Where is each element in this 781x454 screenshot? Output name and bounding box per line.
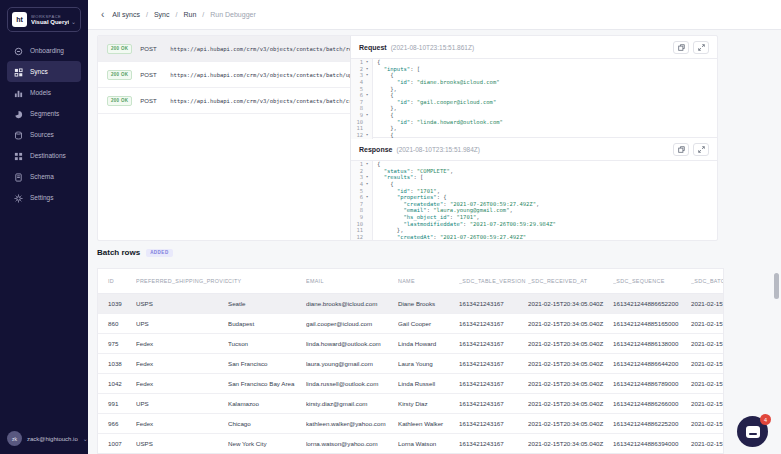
copy-button[interactable] bbox=[673, 41, 689, 54]
table-cell: UPS bbox=[136, 313, 228, 333]
expand-button[interactable] bbox=[693, 41, 709, 54]
workspace-selector[interactable]: ht WORKSPACE Visual Querying D... ⌄ bbox=[7, 7, 81, 32]
table-cell: 2021-02-15T20:34:05.040Z bbox=[691, 293, 724, 313]
table-cell: 1613421244886266000 bbox=[613, 393, 691, 413]
table-cell: 1007 bbox=[98, 433, 136, 453]
fold-arrow-icon[interactable]: ▾ bbox=[363, 161, 371, 168]
table-cell: New York City bbox=[228, 433, 306, 453]
back-chevron-icon[interactable]: ‹ bbox=[101, 10, 104, 20]
sidebar-item-syncs[interactable]: Syncs bbox=[7, 61, 81, 82]
sidebar-item-label: Settings bbox=[30, 194, 54, 201]
breadcrumb-all-syncs[interactable]: All syncs bbox=[112, 11, 140, 18]
code-line: 1▾{ bbox=[351, 59, 717, 66]
column-header: CITY bbox=[228, 269, 306, 293]
fold-arrow-icon bbox=[363, 188, 371, 195]
sidebar-item-segments[interactable]: Segments bbox=[7, 103, 81, 124]
expand-button[interactable] bbox=[693, 143, 709, 156]
status-badge: 200 OK bbox=[107, 96, 132, 106]
user-menu[interactable]: zk zack@hightouch.io ⌄ bbox=[7, 431, 88, 446]
request-row[interactable]: 200 OKPOSThttps://api.hubapi.com/crm/v3/… bbox=[98, 62, 350, 88]
table-cell: 1613421243167 bbox=[459, 293, 528, 313]
request-url: https://api.hubapi.com/crm/v3/objects/co… bbox=[170, 72, 350, 78]
column-header: PREFERRED_SHIPPING_PROVIDER bbox=[136, 269, 228, 293]
fold-arrow-icon bbox=[363, 86, 371, 93]
chat-bubble-button[interactable]: 4 bbox=[737, 416, 768, 447]
response-header: Response (2021-08-10T23:15:51.984Z) bbox=[351, 138, 717, 160]
debugger-panel: Request (2021-08-10T23:15:51.861Z) 1▾{2▾… bbox=[350, 36, 717, 240]
table-row[interactable]: 1038FedexSan Franciscolaura.young@gmail.… bbox=[98, 353, 724, 373]
models-icon bbox=[14, 84, 23, 102]
fold-arrow-icon[interactable]: ▾ bbox=[363, 181, 371, 188]
code-line: 4 "id": "diane.brooks@icloud.com" bbox=[351, 79, 717, 86]
request-title: Request bbox=[359, 44, 387, 51]
line-number: 2 bbox=[351, 168, 363, 175]
fold-arrow-icon[interactable]: ▾ bbox=[363, 92, 371, 99]
added-badge: ADDED bbox=[146, 249, 173, 257]
table-cell: Chicago bbox=[228, 413, 306, 433]
fold-arrow-icon[interactable]: ▾ bbox=[363, 66, 371, 73]
code-line: 8 "email": "laura.young@gmail.com", bbox=[351, 207, 717, 214]
code-text: { bbox=[373, 72, 394, 79]
table-cell: Linda Howard bbox=[398, 333, 459, 353]
fold-arrow-icon bbox=[363, 125, 371, 132]
chat-icon bbox=[746, 426, 760, 438]
code-text: }, bbox=[373, 105, 397, 112]
table-cell: 1613421243167 bbox=[459, 393, 528, 413]
line-number: 11 bbox=[351, 125, 363, 132]
code-text: { bbox=[373, 161, 380, 168]
onboarding-icon bbox=[14, 42, 23, 60]
column-header: ID bbox=[98, 269, 136, 293]
line-number: 2 bbox=[351, 66, 363, 73]
breadcrumb-sync[interactable]: Sync bbox=[154, 11, 170, 18]
request-json-editor[interactable]: 1▾{2▾ "inputs": [3▾ {4 "id": "diane.broo… bbox=[351, 58, 717, 138]
table-cell: Budapest bbox=[228, 313, 306, 333]
code-line: 5 }, bbox=[351, 86, 717, 93]
table-row[interactable]: 975FedexTucsonlinda.howard@outlook.comLi… bbox=[98, 333, 724, 353]
sidebar-item-onboarding[interactable]: Onboarding bbox=[7, 40, 81, 61]
fold-arrow-icon[interactable]: ▾ bbox=[363, 194, 371, 201]
request-url: https://api.hubapi.com/crm/v3/objects/co… bbox=[170, 98, 350, 104]
breadcrumb-separator: / bbox=[146, 11, 148, 18]
vertical-scrollbar[interactable] bbox=[774, 273, 779, 299]
sidebar-item-settings[interactable]: Settings bbox=[7, 187, 81, 208]
table-cell: Fedex bbox=[136, 333, 228, 353]
table-cell: 1613421243167 bbox=[459, 413, 528, 433]
table-body: 1039USPSSeatlediane.brooks@icloud.comDia… bbox=[98, 293, 724, 453]
line-number: 5 bbox=[351, 188, 363, 195]
table-row[interactable]: 1042FedexSan Francisco Bay Arealinda.rus… bbox=[98, 373, 724, 393]
fold-arrow-icon[interactable]: ▾ bbox=[363, 174, 371, 181]
breadcrumb-run[interactable]: Run bbox=[183, 11, 196, 18]
table-cell: 2021-02-15T20:34:05.040Z bbox=[528, 433, 613, 453]
sources-icon bbox=[14, 126, 23, 144]
table-cell: 1613421243167 bbox=[459, 333, 528, 353]
table-cell: kirsty.diaz@gmail.com bbox=[306, 393, 398, 413]
table-cell: 1042 bbox=[98, 373, 136, 393]
table-cell: UPS bbox=[136, 393, 228, 413]
code-text: "results": [ bbox=[373, 174, 423, 181]
line-number: 8 bbox=[351, 207, 363, 214]
code-line: 9▾ { bbox=[351, 112, 717, 119]
code-text: "inputs": [ bbox=[373, 66, 420, 73]
gear-icon bbox=[14, 189, 23, 207]
copy-button[interactable] bbox=[673, 143, 689, 156]
fold-arrow-icon[interactable]: ▾ bbox=[363, 59, 371, 66]
sidebar-item-destinations[interactable]: Destinations bbox=[7, 145, 81, 166]
request-row[interactable]: 200 OKPOSThttps://api.hubapi.com/crm/v3/… bbox=[98, 88, 350, 114]
http-method: POST bbox=[140, 72, 162, 78]
code-text: { bbox=[373, 181, 394, 188]
fold-arrow-icon bbox=[363, 214, 371, 221]
fold-arrow-icon[interactable]: ▾ bbox=[363, 112, 371, 119]
fold-arrow-icon[interactable]: ▾ bbox=[363, 72, 371, 79]
table-cell: Fedex bbox=[136, 413, 228, 433]
table-row[interactable]: 966FedexChicagokathleen.walker@yahoo.com… bbox=[98, 413, 724, 433]
sidebar-item-sources[interactable]: Sources bbox=[7, 124, 81, 145]
sidebar-item-schema[interactable]: Schema bbox=[7, 166, 81, 187]
table-row[interactable]: 1039USPSSeatlediane.brooks@icloud.comDia… bbox=[98, 293, 724, 313]
response-json-editor[interactable]: 1▾{2 "status": "COMPLETE",3▾ "results": … bbox=[351, 160, 717, 240]
line-number: 9 bbox=[351, 214, 363, 221]
table-row[interactable]: 991UPSKalamazookirsty.diaz@gmail.comKirs… bbox=[98, 393, 724, 413]
table-row[interactable]: 860UPSBudapestgail.cooper@icloud.comGail… bbox=[98, 313, 724, 333]
sidebar-item-models[interactable]: Models bbox=[7, 82, 81, 103]
request-row[interactable]: 200 OKPOSThttps://api.hubapi.com/crm/v3/… bbox=[98, 36, 350, 62]
table-row[interactable]: 1007USPSNew York Citylorna.watson@yahoo.… bbox=[98, 433, 724, 453]
